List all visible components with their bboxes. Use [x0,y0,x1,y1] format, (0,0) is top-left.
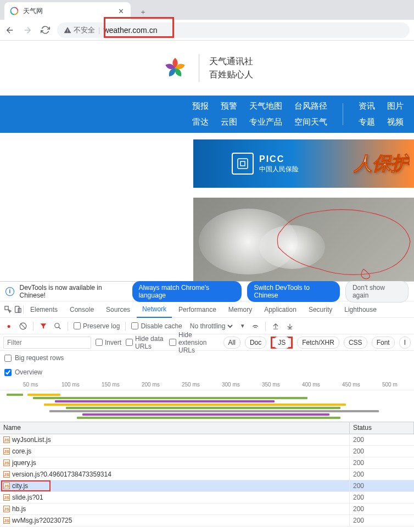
network-row[interactable]: JScore.js200 [0,446,414,457]
forward-button[interactable] [22,25,33,36]
timeline-ruler: 50 ms 100 ms 150 ms 200 ms 250 ms 300 ms… [0,379,414,390]
tab-elements[interactable]: Elements [25,301,63,318]
file-name: version.js?0.49601738473359314 [12,471,111,478]
search-icon[interactable] [53,322,62,331]
inspect-icon[interactable] [3,305,12,314]
tab-network[interactable]: Network [137,301,172,318]
back-button[interactable] [4,25,15,36]
site-nav: 预报雷达 预警云图 天气地图专业产品 台风路径空间天气 资讯专题 图片视频 [0,96,414,133]
filter-type-css[interactable]: CSS [344,337,367,349]
clear-icon[interactable] [19,322,27,331]
overview-option[interactable]: Overview [0,365,414,379]
slogan-line-2: 百姓贴心人 [209,68,253,81]
warning-icon [64,26,71,34]
tab-sources[interactable]: Sources [100,301,136,318]
device-toggle-icon[interactable] [13,305,22,314]
svg-rect-2 [4,306,8,310]
nav-link[interactable]: 台风路径 [294,101,327,111]
filter-funnel-icon[interactable] [39,322,48,331]
network-row[interactable]: JShb.js200 [0,503,414,515]
network-row[interactable]: JSjquery.js200 [0,457,414,469]
devtools-panel: i DevTools is now available in Chinese! … [0,281,414,527]
nav-link[interactable]: 专题 [359,117,375,127]
dismiss-notice-button[interactable]: Don't show again [345,281,409,303]
tab-security[interactable]: Security [303,301,338,318]
nav-link[interactable]: 云图 [221,117,237,127]
always-match-button[interactable]: Always match Chrome's language [132,281,242,302]
notice-text: DevTools is now available in Chinese! [20,284,127,299]
download-icon[interactable] [286,322,294,331]
network-row[interactable]: JSslide.js?01200 [0,492,414,503]
site-header: 天气通讯社 百姓贴心人 [0,41,414,96]
disable-cache-checkbox[interactable]: Disable cache [131,322,182,330]
filter-input[interactable] [3,337,91,349]
tab-application[interactable]: Application [259,301,302,318]
js-file-icon: JS [3,483,10,489]
preserve-log-checkbox[interactable]: Preserve log [74,322,120,330]
invert-checkbox[interactable]: Invert [96,339,121,346]
url-field[interactable]: 不安全 | weather.com.cn [57,23,410,38]
info-icon: i [5,287,14,296]
url-text: weather.com.cn [103,26,157,35]
hide-data-urls-checkbox[interactable]: Hide data URLs [126,335,165,350]
file-name: slide.js?01 [12,494,43,501]
nav-link[interactable]: 预报 [192,101,209,111]
filter-type-js[interactable]: JS [273,337,290,349]
hide-extension-urls-checkbox[interactable]: Hide extension URLs [169,331,219,354]
reload-button[interactable] [40,25,51,36]
filter-type-font[interactable]: Font [372,337,395,349]
filter-type-img[interactable]: I [399,337,411,349]
ad-banner[interactable]: PICC 中国人民保险 人保护 [193,139,414,188]
tab-console[interactable]: Console [64,301,99,318]
nav-link[interactable]: 空间天气 [294,117,327,127]
upload-icon[interactable] [271,322,280,331]
network-row[interactable]: JSwyJsonList.js200 [0,434,414,446]
throttling-select[interactable]: No throttling [188,322,234,331]
js-file-icon: JS [3,517,10,524]
browser-tab[interactable]: 天气网 ✕ [4,2,131,20]
network-row[interactable]: JSwvMsg.js?20230725200 [0,515,414,527]
network-row[interactable]: JScity.js200 [0,480,414,492]
network-row[interactable]: JSversion.js?0.49601738473359314200 [0,469,414,480]
column-status[interactable]: Status [350,422,414,434]
tab-performance[interactable]: Performance [173,301,222,318]
insecure-badge: 不安全 [64,25,95,35]
svg-point-6 [55,323,59,327]
close-tab-icon[interactable]: ✕ [116,7,125,15]
favicon-icon [10,7,19,15]
nav-link[interactable]: 专业产品 [249,117,282,127]
js-file-icon: JS [3,471,10,478]
filter-type-all[interactable]: All [223,337,240,349]
switch-chinese-button[interactable]: Switch DevTools to Chinese [247,281,339,302]
nav-link[interactable]: 天气地图 [249,101,282,111]
js-file-icon: JS [3,494,10,501]
status-code: 200 [350,447,414,455]
tab-lighthouse[interactable]: Lighthouse [339,301,382,318]
status-code: 200 [350,517,414,524]
tab-memory[interactable]: Memory [223,301,258,318]
satellite-map[interactable] [193,198,414,281]
record-icon[interactable]: ● [4,322,13,331]
nav-link[interactable]: 资讯 [359,101,375,111]
nav-link[interactable]: 视频 [387,117,404,127]
nav-link[interactable]: 图片 [387,101,404,111]
banner-brand: PICC [259,154,299,165]
browser-tab-bar: 天气网 ✕ ＋ [0,0,414,20]
new-tab-button[interactable]: ＋ [135,4,150,20]
js-file-icon: JS [3,448,10,455]
site-slogan: 天气通讯社 百姓贴心人 [209,55,253,81]
status-code: 200 [350,505,414,513]
wifi-icon[interactable] [251,322,260,331]
filter-type-fetch[interactable]: Fetch/XHR [297,337,339,349]
nav-link[interactable]: 预警 [221,101,237,111]
slogan-line-1: 天气通讯社 [209,55,253,68]
file-name: wvMsg.js?20230725 [12,517,72,524]
picc-logo-icon [232,153,254,175]
js-file-icon: JS [3,436,10,443]
filter-type-doc[interactable]: Doc [245,337,266,349]
svg-rect-1 [238,159,248,169]
svg-rect-3 [15,306,19,312]
timeline-overview[interactable] [0,390,414,422]
nav-link[interactable]: 雷达 [192,117,209,127]
column-name[interactable]: Name [0,422,350,434]
